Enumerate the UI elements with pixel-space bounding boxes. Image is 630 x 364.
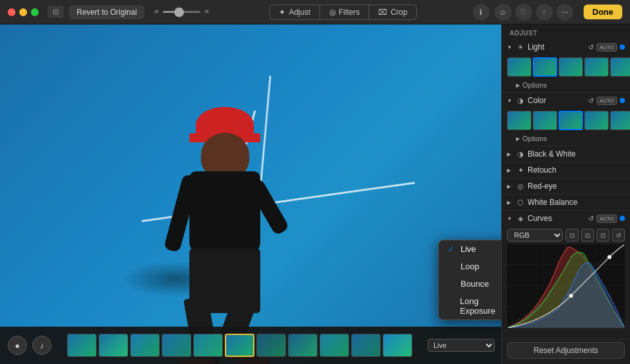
filters-icon: ◎ [329,8,336,17]
redeye-row[interactable]: ▶ ◎ Red-eye [502,178,630,194]
maximize-button[interactable] [31,8,39,16]
live-select[interactable]: Live Loop Bounce Long Exposure [428,339,495,352]
light-options-row[interactable]: ▶ Options [502,79,630,92]
dropdown-item-loop[interactable]: Loop [439,258,501,275]
brightness-slider[interactable] [162,11,201,13]
thumb-1[interactable] [67,334,97,357]
curves-reset-icon[interactable]: ↺ [588,215,594,223]
svg-point-8 [607,255,611,259]
volume-button[interactable]: ♪ [32,336,52,355]
bw-row[interactable]: ▶ ◑ Black & White [502,146,630,162]
playback-dropdown: ✓ Live Loop Bounce Long Exposure [438,240,501,320]
retouch-row[interactable]: ▶ ✦ Retouch [502,162,630,178]
panel-header: ADJUST [502,24,630,39]
color-controls: ↺ AUTO [588,97,625,105]
curves-auto-badge[interactable]: AUTO [597,215,617,223]
thumbnail-strip [57,334,423,357]
thumb-11[interactable] [383,334,412,357]
light-label: Light [528,43,586,52]
redeye-chevron: ▶ [507,184,513,189]
more-button[interactable]: ⋯ [557,4,573,21]
light-thumb-2[interactable] [533,57,557,77]
color-thumb-3[interactable] [558,111,583,130]
eyedropper-mid-btn[interactable]: ⊡ [581,229,594,242]
dropdown-item-long-exposure[interactable]: Long Exposure [439,292,501,320]
tab-filters[interactable]: ◎ Filters [320,5,370,20]
bw-icon: ◑ [516,149,525,158]
color-reset-icon[interactable]: ↺ [588,97,594,105]
live-select-wrap: Live Loop Bounce Long Exposure [428,339,495,352]
color-options-chevron: ▶ [516,136,520,142]
color-section: ▼ ◑ Color ↺ AUTO ▶ Options [502,93,630,146]
curves-reset-btn[interactable]: ↺ [612,229,625,242]
minimize-button[interactable] [19,8,27,16]
window-mode-icon: ⊡ [53,8,59,16]
bottom-bar: ● ♪ Live Loop Bou [0,327,501,364]
thumb-5[interactable] [193,334,223,357]
wb-row[interactable]: ▶ ⬡ White Balance [502,195,630,210]
color-row[interactable]: ▼ ◑ Color ↺ AUTO [502,93,630,108]
eyedropper-light-btn[interactable]: ⊡ [597,229,609,242]
light-chevron: ▼ [507,44,513,50]
thumb-6-current[interactable] [225,334,254,357]
color-options-row[interactable]: ▶ Options [502,133,630,146]
tab-crop[interactable]: ⌧ Crop [369,5,417,20]
curves-row[interactable]: ▼ ◈ Curves ↺ AUTO [502,211,630,226]
color-thumb-4[interactable] [584,111,609,130]
reset-adjustments-button[interactable]: Reset Adjustments [507,342,625,359]
record-button[interactable]: ● [8,336,27,355]
thumb-10[interactable] [351,334,381,357]
wb-chevron: ▶ [507,200,513,206]
thumb-2[interactable] [99,334,128,357]
light-row[interactable]: ▼ ☀ Light ↺ AUTO [502,39,630,55]
window-mode-button[interactable]: ⊡ [48,6,64,18]
thumb-3[interactable] [130,334,160,357]
color-thumbs [502,108,630,133]
loop-label: Loop [461,262,479,271]
traffic-lights [8,8,39,16]
brightness-slider-area: ☀ ☀ [153,8,210,16]
wb-section: ▶ ⬡ White Balance [502,195,630,211]
curves-icon: ◈ [516,214,525,223]
redeye-icon: ◎ [516,182,525,191]
light-thumb-4[interactable] [584,57,609,77]
color-thumb-5[interactable] [610,111,630,130]
dropdown-item-live[interactable]: ✓ Live [439,240,501,258]
retouch-icon: ✦ [516,166,525,175]
curves-controls: ↺ AUTO [588,215,625,223]
info-button[interactable]: ℹ [473,4,490,21]
thumb-4[interactable] [162,334,191,357]
color-auto-badge[interactable]: AUTO [597,97,617,105]
heart-button[interactable]: ♡ [515,4,532,21]
eyedropper-dark-btn[interactable]: ⊡ [566,229,578,242]
emoji-button[interactable]: ☺ [495,4,511,21]
close-button[interactable] [8,8,15,16]
titlebar: ⊡ Revert to Original ☀ ☀ ✦ Adjust ◎ Filt… [0,0,630,24]
retouch-section: ▶ ✦ Retouch [502,162,630,178]
color-label: Color [528,96,586,105]
light-thumb-5[interactable] [610,57,630,77]
icon-buttons: ☺ ♡ ↑ ⋯ [495,4,573,21]
rgb-select[interactable]: RGB Red Green Blue [507,229,563,242]
light-thumb-3[interactable] [558,57,583,77]
color-thumb-1[interactable] [507,111,531,130]
light-reset-icon[interactable]: ↺ [588,43,594,52]
dropdown-item-bounce[interactable]: Bounce [439,275,501,292]
live-label: Live [461,244,476,254]
light-thumb-1[interactable] [507,57,531,77]
panel-header-label: ADJUST [510,30,537,37]
done-button[interactable]: Done [584,5,623,19]
color-thumb-2[interactable] [533,111,557,130]
thumb-9[interactable] [320,334,349,357]
light-auto-badge[interactable]: AUTO [597,43,617,52]
light-icon: ☀ [516,43,525,52]
revert-button[interactable]: Revert to Original [69,5,144,19]
curves-chart[interactable] [507,244,625,328]
curves-label: Curves [528,214,586,223]
thumb-8[interactable] [288,334,318,357]
color-active-dot [620,98,625,103]
tab-adjust[interactable]: ✦ Adjust [269,5,320,20]
share-button[interactable]: ↑ [536,4,553,21]
thumb-7[interactable] [256,334,286,357]
curves-chevron: ▼ [507,216,513,222]
